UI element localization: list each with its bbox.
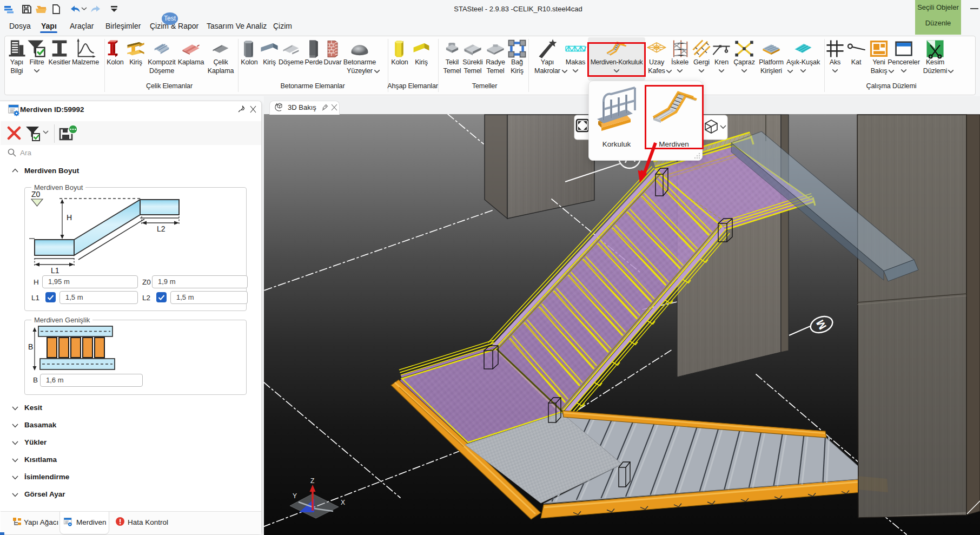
svg-text:Y: Y xyxy=(293,492,297,500)
svg-text:Z: Z xyxy=(310,477,314,485)
svg-text:Z0: Z0 xyxy=(31,190,41,199)
svg-text:L2: L2 xyxy=(157,224,165,233)
svg-text:X: X xyxy=(341,499,345,506)
svg-text:L1: L1 xyxy=(51,266,59,274)
svg-text:B: B xyxy=(28,342,33,351)
svg-text:H: H xyxy=(67,213,72,222)
